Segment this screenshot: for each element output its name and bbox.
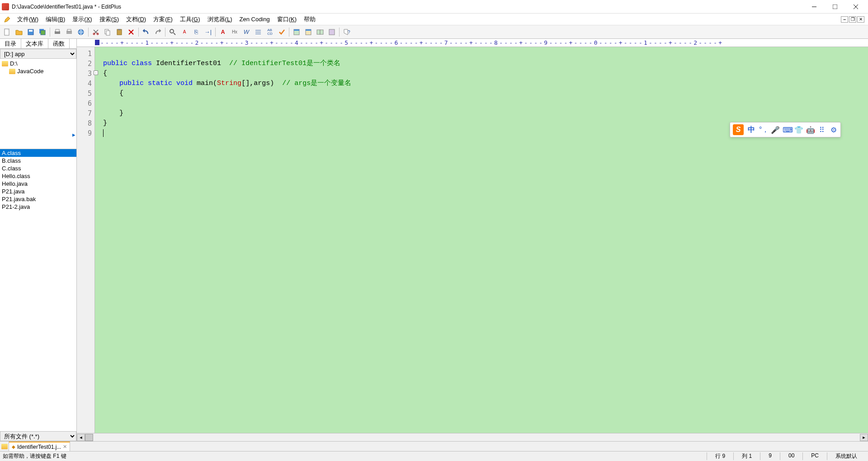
find-button[interactable]: [167, 27, 178, 38]
ime-keyboard-button[interactable]: ⌨: [783, 126, 791, 134]
menu-item[interactable]: 文档(D): [123, 15, 150, 24]
goto-icon: ⎘: [194, 28, 198, 35]
file-item[interactable]: B.class: [0, 157, 76, 165]
paste-button[interactable]: [114, 27, 125, 38]
tab-close-button[interactable]: ✕: [63, 444, 67, 450]
menu-item[interactable]: 搜索(S): [96, 15, 123, 24]
copy-icon: [104, 28, 111, 36]
file-item[interactable]: P21-2.java: [0, 203, 76, 211]
print-button[interactable]: [52, 27, 63, 38]
delete-button[interactable]: [126, 27, 137, 38]
hex-icon: Hx: [232, 29, 237, 34]
cut-button[interactable]: [90, 27, 101, 38]
indent-button[interactable]: →|: [203, 27, 213, 38]
menu-item[interactable]: 窗口(K): [274, 15, 300, 24]
menu-item[interactable]: 工具(G): [176, 15, 204, 24]
save-all-button[interactable]: [37, 27, 48, 38]
drive-select[interactable]: [D:] app: [0, 49, 76, 59]
scroll-right-button[interactable]: ►: [860, 434, 868, 441]
goto-button[interactable]: ⎘: [191, 27, 202, 38]
window-split-icon: [305, 28, 312, 36]
scroll-track[interactable]: [85, 434, 860, 441]
menu-item[interactable]: 浏览器(L): [204, 15, 236, 24]
doc-tab-list-button[interactable]: [0, 442, 9, 451]
menu-item[interactable]: Zen Coding: [236, 15, 274, 24]
wordwrap-button[interactable]: W: [241, 27, 252, 38]
ime-logo-icon: S: [733, 124, 744, 135]
sidebar-tab-functions[interactable]: 函数: [48, 39, 70, 48]
menu-item[interactable]: 帮助: [300, 15, 319, 24]
file-item[interactable]: Hello.java: [0, 180, 76, 188]
save-button[interactable]: [25, 27, 36, 38]
save-icon: [27, 28, 34, 36]
replace-button[interactable]: A: [179, 27, 190, 38]
menu-item[interactable]: 编辑(B): [42, 15, 69, 24]
file-list[interactable]: A.classB.classC.classHello.classHello.ja…: [0, 149, 76, 431]
scroll-left-button[interactable]: ◄: [77, 434, 85, 441]
menu-item[interactable]: 方案(F): [150, 15, 176, 24]
ime-voice-button[interactable]: 🎤: [771, 126, 779, 134]
code-area[interactable]: public class IdentifierTest01 // Identif…: [95, 47, 868, 433]
font-button[interactable]: A: [217, 27, 228, 38]
status-sel: 00: [780, 452, 802, 460]
ime-lang-button[interactable]: 中: [747, 125, 755, 135]
file-item[interactable]: Hello.class: [0, 172, 76, 180]
window3-button[interactable]: [315, 27, 326, 38]
folder-icon: [9, 69, 15, 74]
redo-button[interactable]: [152, 27, 163, 38]
toolbar: A ⎘ →| A Hx W ABCD ?: [0, 25, 868, 39]
window4-button[interactable]: [326, 27, 337, 38]
editor-body[interactable]: 123-456789▶ public class IdentifierTest0…: [77, 47, 868, 433]
window2-button[interactable]: [303, 27, 314, 38]
file-item[interactable]: C.class: [0, 165, 76, 172]
menu-item[interactable]: 显示(X): [69, 15, 95, 24]
minimize-button[interactable]: [804, 0, 825, 14]
folder-tree[interactable]: D:\ JavaCode: [0, 59, 76, 149]
svg-rect-6: [29, 30, 33, 32]
svg-text:?: ?: [348, 30, 350, 35]
lines-button[interactable]: [253, 27, 264, 38]
window1-button[interactable]: [291, 27, 302, 38]
mdi-minimize-button[interactable]: ‒: [841, 16, 848, 23]
open-file-button[interactable]: [14, 27, 24, 38]
file-item[interactable]: P21.java: [0, 188, 76, 195]
ime-punct-button[interactable]: °，: [759, 125, 767, 135]
ime-settings-button[interactable]: ⚙: [830, 126, 838, 134]
close-icon: [854, 5, 858, 9]
status-enc: PC: [802, 452, 827, 460]
print-preview-button[interactable]: [64, 27, 75, 38]
hex-button[interactable]: Hx: [229, 27, 240, 38]
tree-item[interactable]: D:\: [1, 60, 75, 67]
ime-robot-button[interactable]: 🤖: [806, 126, 814, 134]
mdi-close-button[interactable]: ✕: [857, 16, 864, 23]
close-button[interactable]: [845, 0, 866, 14]
ime-skin-button[interactable]: 👕: [794, 126, 802, 134]
file-item[interactable]: P21.java.bak: [0, 195, 76, 203]
ime-toolbar[interactable]: S 中 °， 🎤 ⌨ 👕 🤖 ⠿ ⚙: [730, 122, 841, 137]
document-tab[interactable]: ◆ IdentifierTest01.j... ✕: [9, 442, 70, 451]
help-button[interactable]: ?: [341, 27, 352, 38]
document-tabs: ◆ IdentifierTest01.j... ✕: [0, 441, 868, 451]
maximize-button[interactable]: [825, 0, 845, 14]
scroll-thumb[interactable]: [85, 434, 93, 441]
menu-item[interactable]: 文件(W): [14, 15, 42, 24]
horizontal-scrollbar[interactable]: ◄ ►: [77, 433, 868, 441]
chars-button[interactable]: ABCD: [264, 27, 275, 38]
sidebar-tab-cliptext[interactable]: 文本库: [21, 39, 48, 48]
undo-button[interactable]: [141, 27, 151, 38]
mdi-restore-button[interactable]: ❐: [849, 16, 856, 23]
ime-grid-button[interactable]: ⠿: [818, 126, 826, 134]
window-icon: [293, 28, 300, 36]
svg-point-22: [170, 29, 174, 33]
file-item[interactable]: A.class: [0, 149, 76, 157]
filter-select[interactable]: 所有文件 (*.*): [0, 431, 76, 441]
svg-rect-28: [294, 29, 299, 31]
replace-icon: A: [183, 29, 186, 34]
new-file-button[interactable]: [2, 27, 13, 38]
spellcheck-button[interactable]: [276, 27, 287, 38]
browser-button[interactable]: [75, 27, 86, 38]
window-grid-icon: [328, 28, 335, 36]
tree-item[interactable]: JavaCode: [1, 67, 75, 75]
copy-button[interactable]: [102, 27, 113, 38]
sidebar-tab-directory[interactable]: 目录: [0, 39, 21, 48]
